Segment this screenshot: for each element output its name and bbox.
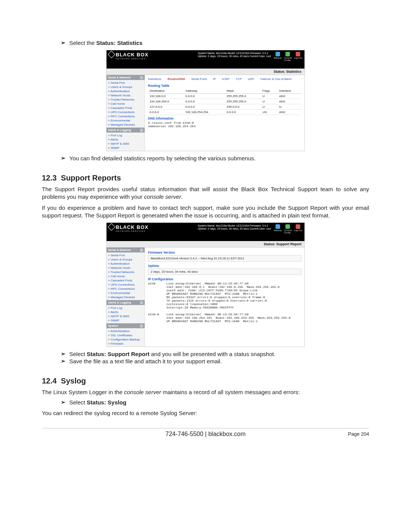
collapse-icon[interactable] [140, 129, 143, 132]
collapse-icon[interactable] [140, 76, 143, 79]
sidebar-item[interactable]: Call Home [107, 274, 145, 278]
sidebar-group-header[interactable]: Serial & Network [107, 248, 145, 252]
sidebar-group-header[interactable]: Serial & Network [107, 75, 145, 80]
stats-tab[interactable]: ICMP [222, 77, 229, 81]
sidebar-group-header[interactable]: Alerts & Logging [107, 128, 145, 133]
stats-tabs: InterfacesRoutes/DNSSerial PortsIPICMPTC… [148, 77, 301, 82]
stats-tab[interactable]: TCP [236, 77, 242, 81]
sidebar-item[interactable]: Port Log [107, 306, 145, 310]
collapse-icon[interactable] [140, 324, 143, 328]
sidebar-item[interactable]: Trusted Networks [107, 97, 145, 102]
collapse-icon[interactable] [140, 301, 143, 304]
stats-tab[interactable]: Interfaces [148, 77, 161, 81]
paragraph: The Support Report provides useful statu… [42, 185, 369, 201]
system-info: System Name: les1216a Model: LES1216A Fi… [198, 224, 271, 231]
header-icon-bar: BackupCommit ConfigLog Out [274, 52, 302, 61]
sidebar-item[interactable]: Authentication [107, 89, 145, 93]
sidebar-item[interactable]: SNMP [107, 146, 145, 150]
brand-logo: BLACK BOX NETWORK SERVICES [109, 52, 148, 60]
sidebar-item[interactable]: Firmware [107, 342, 145, 346]
sidebar-item[interactable]: Cascaded Ports [107, 278, 145, 283]
sidebar-item[interactable]: Call Home [107, 102, 145, 106]
bullet-list-after3: ➢Select Status: Syslog [61, 399, 369, 406]
page-footer: 724-746-5500 | blackbox.com Page 204 [42, 431, 369, 438]
sidebar-item[interactable]: Network Hosts [107, 266, 145, 270]
backup-icon[interactable]: Backup [274, 52, 282, 59]
routing-table-heading: Routing Table [148, 84, 301, 88]
sidebar-item[interactable]: SNMP [107, 318, 145, 323]
sidebar-item[interactable]: RPC Connections [107, 114, 145, 118]
bullet-list-after2: ➢Select Status: Support Report and you w… [61, 351, 369, 364]
sidebar-item[interactable]: Port Log [107, 133, 145, 137]
logo-diamond-icon [108, 223, 115, 231]
routing-table: DestinationGatewayMaskFlagsInterface 192… [148, 88, 301, 115]
logout-icon[interactable]: Log Out [294, 224, 302, 232]
sidebar: Serial & NetworkSerial PortUsers & Group… [107, 248, 145, 347]
commit-config-icon[interactable]: Commit Config [284, 224, 292, 234]
sidebar-item[interactable]: Administration [107, 329, 145, 333]
logout-icon[interactable]: Log Out [294, 52, 302, 59]
table-header: Interface [278, 88, 301, 94]
paragraph: The Linux System Logger in the console s… [42, 388, 369, 396]
sidebar-item[interactable]: Cascaded Ports [107, 106, 145, 110]
backup-icon[interactable]: Backup [274, 224, 282, 232]
uptime-heading: Uptime [148, 264, 301, 268]
sidebar-item[interactable]: Serial Port [107, 253, 145, 257]
sidebar-item[interactable]: Alerts [107, 310, 145, 314]
bullet-list-mid: ➢ You can find detailed statistics repor… [61, 155, 369, 161]
sidebar-item[interactable]: SMTP & SMS [107, 314, 145, 318]
commit-config-icon[interactable]: Commit Config [284, 52, 292, 61]
stats-tab[interactable]: Serial Ports [191, 77, 207, 81]
sidebar-group-header[interactable]: System [107, 323, 145, 328]
sidebar-item[interactable]: Trusted Networks [107, 270, 145, 274]
footer-rule [42, 428, 369, 428]
sidebar-item[interactable]: Serial Port [107, 81, 145, 85]
table-row: 0.0.0.0192.168.254.2540.0.0.0UGeth0 [148, 110, 301, 115]
statistics-screenshot: BLACK BOX NETWORK SERVICES System Name: … [106, 50, 305, 151]
chevron-icon: ➢ [61, 358, 69, 364]
app-header: BLACK BOX NETWORK SERVICES System Name: … [107, 223, 304, 241]
section-heading-124: 12.4 Syslog [42, 377, 369, 385]
sidebar-item[interactable]: Configuration Backup [107, 337, 145, 342]
sidebar-item[interactable]: Network Hosts [107, 93, 145, 97]
sidebar-item[interactable]: Managed Devices [107, 123, 145, 127]
sidebar-item[interactable]: UPS Connections [107, 110, 145, 114]
system-info: System Name: les1216a Model: LES1216A Fi… [198, 52, 271, 58]
text: You can find detailed statistics reports… [69, 155, 369, 161]
stats-tab[interactable]: Failover & Out-of-Band [260, 77, 292, 81]
sidebar: Serial & NetworkSerial PortUsers & Group… [107, 75, 145, 151]
sidebar-group-header[interactable]: Alerts & Logging [107, 300, 145, 305]
support-report-screenshot: BLACK BOX NETWORK SERVICES System Name: … [106, 222, 305, 347]
table-header: Gateway [184, 88, 225, 94]
text-bold: Status: Statistics [96, 40, 143, 46]
chevron-icon: ➢ [61, 155, 69, 161]
sidebar-item[interactable]: Users & Groups [107, 85, 145, 89]
sidebar-item[interactable]: SMTP & SMS [107, 142, 145, 146]
paragraph: If you do experience a problem and have … [42, 204, 369, 220]
dns-heading: DNS Information [148, 117, 301, 120]
footer-contact: 724-746-5500 | blackbox.com [166, 431, 246, 438]
stats-tab[interactable]: IP [213, 77, 216, 81]
sidebar-item[interactable]: RPC Connections [107, 287, 145, 291]
sidebar-item[interactable]: Users & Groups [107, 257, 145, 262]
header-icon-bar: BackupCommit ConfigLog Out [274, 224, 302, 234]
bullet-item: ➢Select Status: Syslog [61, 399, 369, 406]
sidebar-item[interactable]: Environmental [107, 291, 145, 295]
sidebar-item[interactable]: Managed Devices [107, 295, 145, 299]
table-header: Destination [148, 88, 184, 94]
text: Select the [69, 40, 96, 46]
sidebar-item[interactable]: Authentication [107, 262, 145, 266]
document-page: ➢ Select the Status: Statistics BLACK BO… [0, 0, 411, 532]
sidebar-item[interactable]: UPS Connections [107, 283, 145, 287]
sidebar-item[interactable]: Environmental [107, 118, 145, 123]
status-bar: Status: Statistics [107, 69, 304, 75]
sidebar-item[interactable]: Alerts [107, 137, 145, 142]
footer-page-number: Page 204 [348, 431, 369, 437]
stats-tab[interactable]: Routes/DNS [167, 77, 185, 81]
brand-logo: BLACK BOX NETWORK SERVICES [109, 224, 148, 232]
sidebar-item[interactable]: SSL Certificates [107, 333, 145, 337]
chevron-icon: ➢ [61, 351, 69, 357]
collapse-icon[interactable] [140, 249, 143, 252]
chevron-icon: ➢ [61, 399, 69, 405]
stats-tab[interactable]: UDP [248, 77, 254, 81]
